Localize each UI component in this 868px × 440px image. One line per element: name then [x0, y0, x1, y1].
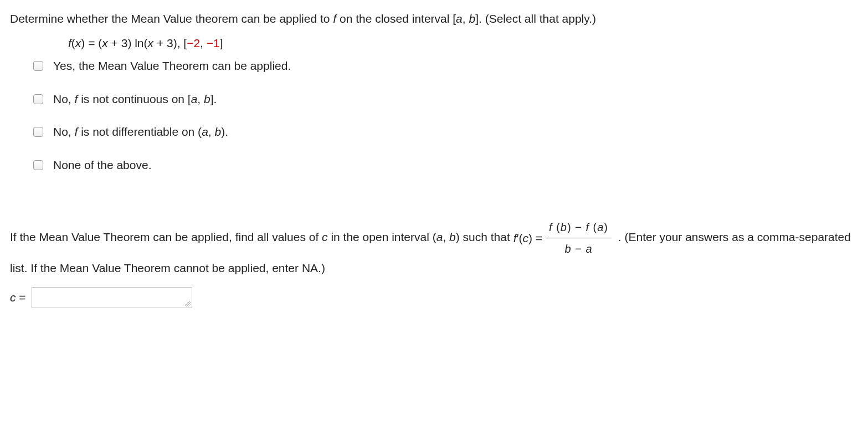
answer-eq: = — [16, 291, 26, 304]
plus3a: + 3) ln( — [108, 37, 148, 49]
opt3-c: , — [208, 125, 215, 138]
num-c1: ) − — [567, 221, 585, 233]
prompt-text-1: Determine whether the Mean Value theorem… — [10, 12, 333, 25]
x3: x — [148, 37, 154, 49]
opt2-b: b — [204, 93, 210, 105]
interval-close: ] — [220, 37, 223, 49]
num-o2: ( — [589, 221, 597, 233]
p2-comma: , — [443, 231, 449, 243]
prompt-comma: , — [463, 12, 469, 25]
var-a: a — [456, 12, 463, 25]
opt2-post: ]. — [210, 93, 217, 105]
option-label-2: No, f is not continuous on [a, b]. — [53, 90, 217, 108]
opt2-c: , — [197, 93, 204, 105]
checkbox-4[interactable] — [33, 160, 43, 170]
opt2-a: a — [191, 93, 198, 105]
options-group: Yes, the Mean Value Theorem can be appli… — [33, 57, 858, 173]
fprime-eq: ) = — [528, 228, 542, 248]
option-label-1: Yes, the Mean Value Theorem can be appli… — [53, 57, 291, 75]
fprime-c: c — [522, 228, 528, 248]
checkbox-3[interactable] — [33, 127, 43, 137]
num-a: a — [597, 221, 604, 233]
fprime-equation: f ′(c) = f (b) − f (a) b − a — [513, 218, 615, 258]
opt3-a: a — [202, 125, 208, 138]
answer-input[interactable] — [32, 287, 192, 308]
part2-prompt: If the Mean Value Theorem can be applied… — [10, 218, 858, 308]
function-definition: f(x) = (x + 3) ln(x + 3), [−2, −1] — [68, 34, 858, 52]
question-prompt: Determine whether the Mean Value theorem… — [10, 10, 858, 28]
option-row-4: None of the above. — [33, 156, 858, 174]
prompt-text-3: ]. (Select all that apply.) — [475, 12, 596, 25]
plus3b: + 3), [ — [153, 37, 187, 49]
prompt-text-2: on the closed interval [ — [336, 12, 456, 25]
p2-c: c — [322, 231, 328, 243]
x2: x — [102, 37, 108, 49]
p2-b: b — [449, 231, 456, 243]
fraction-den: b − a — [561, 238, 595, 258]
opt3-b: b — [214, 125, 221, 138]
fraction: f (b) − f (a) b − a — [546, 218, 612, 258]
answer-label: c = — [10, 288, 26, 308]
prime-sym: ′( — [516, 228, 522, 248]
option-row-1: Yes, the Mean Value Theorem can be appli… — [33, 57, 858, 75]
den-a: a — [585, 243, 592, 255]
p2-t1: If the Mean Value Theorem can be applied… — [10, 231, 322, 243]
opt2-pre: No, — [53, 93, 75, 105]
interval-comma: , — [200, 37, 207, 49]
neg1: −1 — [207, 37, 220, 49]
answer-c: c — [10, 291, 16, 304]
den-minus: − — [572, 243, 586, 255]
opt3-mid: is not differentiable on ( — [78, 125, 202, 138]
opt3-pre: No, — [53, 125, 75, 138]
num-c2: ) — [604, 221, 608, 233]
option-row-3: No, f is not differentiable on (a, b). — [33, 123, 858, 141]
answer-row: c = — [10, 287, 858, 309]
eq: ) = ( — [81, 37, 102, 49]
num-b: b — [561, 221, 567, 233]
checkbox-2[interactable] — [33, 94, 43, 104]
fraction-num: f (b) − f (a) — [546, 218, 612, 238]
answer-input-wrap — [32, 287, 192, 309]
den-b: b — [564, 243, 571, 255]
num-o1: ( — [553, 221, 561, 233]
checkbox-1[interactable] — [33, 61, 43, 71]
x1: x — [75, 37, 81, 49]
option-label-4: None of the above. — [53, 156, 151, 174]
p2-t3: ) such that — [456, 231, 513, 243]
p2-a: a — [436, 231, 443, 243]
option-label-3: No, f is not differentiable on (a, b). — [53, 123, 228, 141]
neg2: −2 — [187, 37, 200, 49]
ofx-open: ( — [71, 37, 75, 49]
option-row-2: No, f is not continuous on [a, b]. — [33, 90, 858, 108]
opt3-post: ). — [221, 125, 228, 138]
p2-t2: in the open interval ( — [328, 231, 436, 243]
var-b: b — [469, 12, 475, 25]
opt2-mid: is not continuous on [ — [78, 93, 191, 105]
